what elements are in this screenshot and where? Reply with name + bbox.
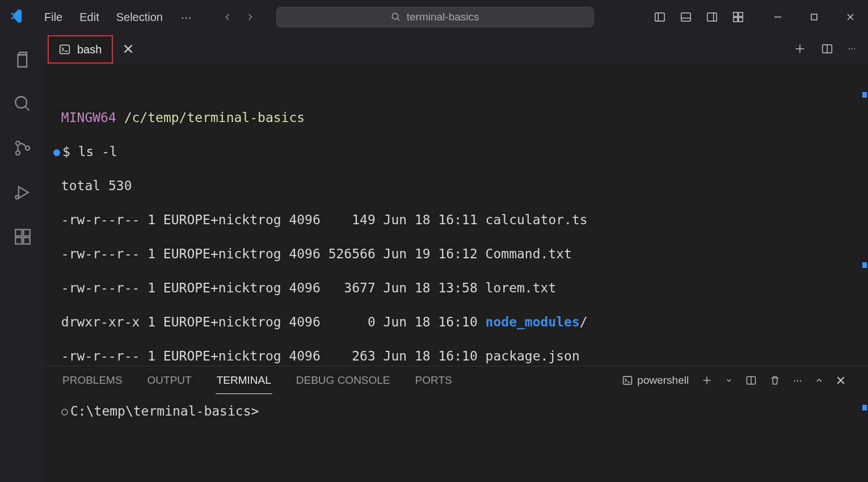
customize-layout-icon[interactable] [728, 7, 748, 27]
close-button[interactable] [837, 13, 863, 21]
extensions-icon[interactable] [13, 227, 32, 246]
panel-terminal[interactable]: C:\temp\terminal-basics> [45, 395, 868, 482]
svg-rect-7 [734, 12, 738, 16]
command-pending-icon [61, 409, 68, 416]
svg-point-18 [26, 146, 30, 150]
layout-sidebar-right-icon[interactable] [702, 7, 722, 27]
main-menu: File Edit Selection [36, 7, 171, 27]
minimize-button[interactable] [765, 13, 791, 21]
svg-rect-3 [681, 13, 691, 22]
svg-rect-8 [739, 12, 743, 16]
nav-back-button[interactable] [220, 9, 235, 25]
search-icon [391, 12, 401, 22]
more-actions-button[interactable]: ··· [848, 44, 856, 54]
term-cmd: $ ls -l [62, 144, 117, 159]
terminal-shell-label: powershell [637, 374, 689, 387]
command-center-search[interactable]: terminal-basics [276, 7, 594, 27]
svg-point-15 [15, 97, 27, 108]
svg-rect-21 [15, 237, 22, 244]
titlebar: File Edit Selection ··· terminal-basics [0, 0, 868, 34]
svg-rect-1 [655, 13, 665, 22]
panel-tab-ports[interactable]: PORTS [414, 367, 453, 393]
svg-point-19 [15, 196, 19, 199]
vscode-logo-icon [5, 9, 32, 25]
close-panel-button[interactable] [836, 376, 845, 385]
tab-close-button[interactable] [123, 44, 133, 54]
svg-rect-24 [60, 45, 70, 54]
directory-name: node_modules [486, 315, 580, 329]
term-path: /c/temp/terminal-basics [124, 110, 305, 125]
source-control-icon[interactable] [13, 139, 32, 158]
split-editor-button[interactable] [821, 43, 833, 55]
scroll-marker [862, 405, 867, 410]
svg-rect-12 [811, 14, 817, 20]
term-output-line: -rw-r--r-- 1 EUROPE+nicktrog 4096 149 Ju… [53, 211, 860, 228]
tab-label: bash [77, 43, 102, 56]
term-output-line: -rw-r--r-- 1 EUROPE+nicktrog 4096 526566… [53, 245, 860, 262]
window-controls [765, 13, 863, 21]
scroll-marker [862, 92, 867, 98]
menu-edit[interactable]: Edit [71, 7, 107, 27]
maximize-panel-button[interactable] [815, 376, 824, 385]
explorer-icon[interactable] [13, 50, 32, 69]
editor-tabs: bash ··· [45, 34, 868, 64]
nav-arrows [220, 9, 258, 25]
maximize-button[interactable] [801, 13, 827, 21]
layout-panel-bottom-icon[interactable] [676, 7, 696, 27]
panel-tab-output[interactable]: OUTPUT [146, 367, 193, 393]
svg-point-0 [392, 13, 398, 19]
panel-tab-debug-console[interactable]: DEBUG CONSOLE [295, 367, 391, 393]
titlebar-right [650, 7, 863, 27]
split-terminal-button[interactable] [745, 375, 757, 386]
new-terminal-button[interactable] [701, 375, 713, 386]
new-file-button[interactable] [794, 43, 806, 55]
term-output-line: -rw-r--r-- 1 EUROPE+nicktrog 4096 263 Ju… [53, 347, 860, 364]
panel-tab-terminal[interactable]: TERMINAL [216, 367, 272, 394]
svg-rect-5 [707, 13, 717, 22]
layout-sidebar-left-icon[interactable] [650, 7, 669, 27]
main-row: bash ··· MINGW64 /c/temp/terminal-basics… [0, 34, 868, 482]
menu-selection[interactable]: Selection [108, 7, 171, 27]
search-text: terminal-basics [407, 11, 479, 23]
panel-actions: powershell ··· [622, 374, 845, 387]
run-debug-icon[interactable] [13, 183, 32, 202]
menu-overflow-button[interactable]: ··· [175, 7, 198, 27]
activity-bar [0, 34, 45, 482]
nav-forward-button[interactable] [242, 9, 258, 25]
terminal-icon [59, 44, 70, 55]
command-success-icon [53, 149, 60, 156]
term-output-line: total 530 [53, 177, 860, 194]
svg-rect-23 [23, 229, 30, 236]
scroll-marker [862, 262, 867, 268]
svg-point-17 [16, 151, 20, 155]
svg-rect-31 [623, 376, 632, 384]
kill-terminal-button[interactable] [769, 375, 781, 386]
tab-bash[interactable]: bash [48, 35, 113, 64]
svg-rect-20 [15, 229, 22, 236]
svg-point-16 [16, 141, 20, 145]
editor-area: bash ··· MINGW64 /c/temp/terminal-basics… [45, 34, 868, 482]
svg-rect-22 [23, 237, 30, 244]
terminal-profile-button[interactable]: powershell [622, 374, 689, 387]
terminal-dropdown-button[interactable] [725, 376, 733, 384]
bottom-panel: PROBLEMS OUTPUT TERMINAL DEBUG CONSOLE P… [45, 366, 868, 482]
term-env: MINGW64 [61, 110, 116, 125]
term-output-line: drwxr-xr-x 1 EUROPE+nicktrog 4096 0 Jun … [53, 313, 860, 330]
search-icon[interactable] [13, 94, 32, 114]
terminal-editor[interactable]: MINGW64 /c/temp/terminal-basics $ ls -l … [45, 64, 868, 366]
svg-rect-9 [734, 18, 738, 22]
term-output-line: -rw-r--r-- 1 EUROPE+nicktrog 4096 3677 J… [53, 279, 860, 296]
terminal-icon [622, 375, 633, 385]
menu-file[interactable]: File [36, 7, 70, 27]
panel-more-button[interactable]: ··· [793, 374, 802, 387]
panel-tab-problems[interactable]: PROBLEMS [61, 367, 124, 393]
panel-terminal-prompt: C:\temp\terminal-basics> [70, 404, 259, 418]
panel-tabs: PROBLEMS OUTPUT TERMINAL DEBUG CONSOLE P… [45, 366, 868, 395]
svg-rect-10 [739, 18, 743, 22]
editor-actions: ··· [794, 34, 868, 64]
